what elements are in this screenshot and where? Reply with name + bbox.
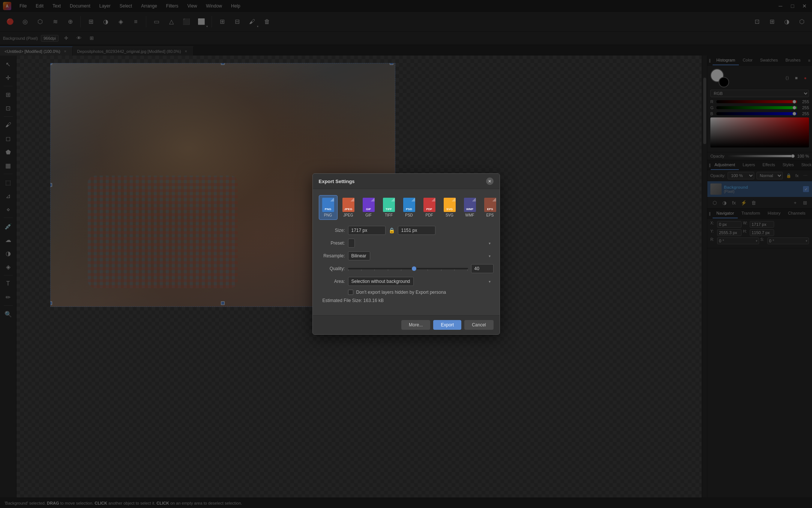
quality-value-input[interactable] bbox=[471, 264, 494, 273]
resample-select-wrapper: Bilinear ▾ bbox=[348, 251, 494, 260]
area-row: Area: Selection without background ▾ bbox=[319, 277, 494, 286]
area-dropdown-arrow: ▾ bbox=[489, 280, 491, 284]
png-label: PNG bbox=[325, 207, 331, 211]
format-eps[interactable]: EPS EPS bbox=[481, 195, 500, 220]
export-button[interactable]: Export bbox=[433, 320, 461, 330]
dialog-close-button[interactable]: ✕ bbox=[486, 177, 494, 185]
resample-select[interactable]: Bilinear bbox=[348, 251, 370, 260]
eps-format-label: EPS bbox=[486, 213, 494, 217]
eps-label: EPS bbox=[487, 207, 493, 211]
quality-tick-4 bbox=[388, 269, 388, 271]
wmf-icon: WMF bbox=[464, 198, 476, 212]
jpg-format-label: JPEG bbox=[343, 213, 353, 217]
checkbox-row: Don't export layers hidden by Export per… bbox=[319, 290, 494, 295]
jpg-label: JPEG bbox=[344, 207, 352, 211]
quality-tick-2 bbox=[361, 269, 362, 271]
height-input[interactable] bbox=[398, 226, 435, 235]
more-button[interactable]: More... bbox=[401, 320, 430, 330]
format-jpeg[interactable]: JPEG JPEG bbox=[339, 195, 358, 220]
gif-icon: GIF bbox=[363, 198, 375, 212]
quality-ticks bbox=[348, 269, 468, 271]
area-select[interactable]: Selection without background bbox=[348, 277, 414, 286]
psd-icon: PSD bbox=[403, 198, 415, 212]
preset-select[interactable] bbox=[348, 239, 355, 248]
svg-icon: SVG bbox=[444, 198, 456, 212]
dialog-overlay[interactable]: Export Settings ✕ PNG PNG JPEG JPEG bbox=[0, 0, 812, 508]
dialog-title: Export Settings bbox=[319, 179, 355, 184]
format-pdf[interactable]: PDF PDF bbox=[420, 195, 439, 220]
preset-label: Preset: bbox=[319, 240, 345, 246]
preset-row: Preset: ▾ bbox=[319, 239, 494, 248]
quality-tick-3 bbox=[374, 269, 375, 271]
format-gif[interactable]: GIF GIF bbox=[359, 195, 378, 220]
filesize-row: Estimated File Size: 163.16 kB bbox=[319, 298, 494, 303]
preset-dropdown-arrow: ▾ bbox=[489, 241, 491, 245]
cancel-button[interactable]: Cancel bbox=[464, 320, 493, 330]
psd-format-label: PSD bbox=[405, 213, 413, 217]
eps-icon: EPS bbox=[484, 198, 496, 212]
quality-tick-1 bbox=[348, 269, 348, 271]
area-select-wrapper: Selection without background ▾ bbox=[348, 277, 494, 286]
png-icon: PNG bbox=[322, 198, 334, 212]
pdf-format-label: PDF bbox=[426, 213, 433, 217]
quality-tick-7 bbox=[428, 269, 428, 271]
resample-dropdown-arrow: ▾ bbox=[489, 254, 491, 258]
resample-label: Resample: bbox=[319, 253, 345, 259]
quality-thumb[interactable] bbox=[412, 266, 416, 271]
format-psd[interactable]: PSD PSD bbox=[400, 195, 419, 220]
quality-tick-5 bbox=[401, 269, 401, 271]
export-dialog: Export Settings ✕ PNG PNG JPEG JPEG bbox=[312, 173, 500, 335]
export-checkbox-label: Don't export layers hidden by Export per… bbox=[356, 290, 446, 295]
svg-format-label: SVG bbox=[446, 213, 453, 217]
quality-track bbox=[348, 268, 468, 269]
format-tiff[interactable]: TIFF TIFF bbox=[380, 195, 398, 220]
dialog-footer: More... Export Cancel bbox=[313, 315, 500, 334]
tiff-format-label: TIFF bbox=[385, 213, 393, 217]
quality-tick-10 bbox=[467, 269, 468, 271]
psd-label: PSD bbox=[406, 207, 412, 211]
area-label: Area: bbox=[319, 279, 345, 284]
format-wmf[interactable]: WMF WMF bbox=[461, 195, 479, 220]
jpg-icon: JPEG bbox=[342, 198, 354, 212]
format-svg[interactable]: SVG SVG bbox=[440, 195, 459, 220]
wmf-format-label: WMF bbox=[465, 213, 474, 217]
format-png[interactable]: PNG PNG bbox=[319, 195, 338, 220]
size-row: Size: 🔒 bbox=[319, 226, 494, 235]
wmf-label: WMF bbox=[466, 207, 473, 211]
filesize-text: Estimated File Size: 163.16 kB bbox=[323, 298, 384, 303]
quality-slider[interactable] bbox=[348, 265, 468, 272]
tiff-icon: TIFF bbox=[383, 198, 395, 212]
gif-label: GIF bbox=[366, 207, 371, 211]
dialog-body: PNG PNG JPEG JPEG GIF GIF bbox=[313, 189, 500, 315]
format-row: PNG PNG JPEG JPEG GIF GIF bbox=[319, 195, 494, 220]
export-checkbox[interactable] bbox=[348, 290, 353, 295]
resample-row: Resample: Bilinear ▾ bbox=[319, 251, 494, 260]
width-input[interactable] bbox=[348, 226, 386, 235]
pdf-label: PDF bbox=[426, 207, 432, 211]
dialog-title-bar: Export Settings ✕ bbox=[313, 174, 500, 189]
preset-select-wrapper: ▾ bbox=[348, 239, 494, 248]
gif-format-label: GIF bbox=[365, 213, 372, 217]
quality-label: Quality: bbox=[319, 266, 345, 271]
lock-icon[interactable]: 🔒 bbox=[389, 227, 395, 233]
svg-label: SVG bbox=[446, 207, 453, 211]
quality-tick-8 bbox=[441, 269, 441, 271]
quality-row: Quality: bbox=[319, 264, 494, 273]
png-format-label: PNG bbox=[324, 213, 332, 217]
quality-tick-9 bbox=[454, 269, 455, 271]
pdf-icon: PDF bbox=[423, 198, 435, 212]
tiff-label: TIFF bbox=[386, 207, 392, 211]
size-label: Size: bbox=[319, 228, 345, 233]
